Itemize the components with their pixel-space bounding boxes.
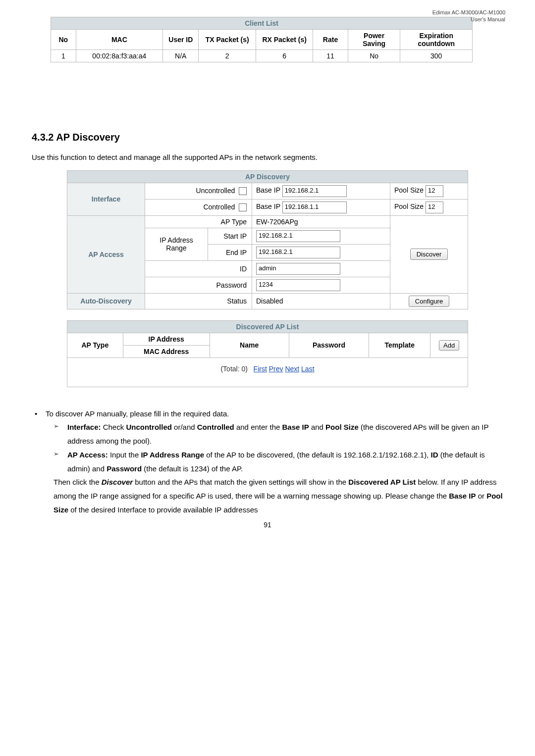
disc-template-col: Template — [369, 333, 430, 357]
interface-label: Interface — [67, 183, 145, 215]
auto-discovery-label: Auto-Discovery — [67, 293, 145, 309]
baseip1-cell: Base IP 192.168.2.1 — [252, 183, 390, 199]
section-intro: Use this function to detect and manage a… — [32, 152, 503, 163]
uncontrolled-row: Uncontrolled — [145, 183, 252, 199]
ap-type-label: AP Type — [145, 215, 252, 228]
note-bullet-1: To discover AP manually, please fill in … — [32, 407, 503, 421]
end-ip-label: End IP — [208, 244, 252, 260]
t: Interface: — [67, 423, 101, 431]
ap-access-label: AP Access — [67, 215, 145, 293]
cell-ps: No — [348, 50, 400, 62]
poolsize-label: Pool Size — [394, 202, 424, 210]
first-link[interactable]: First — [254, 365, 267, 373]
disc-mac-col: MAC Address — [123, 345, 210, 357]
password-label: Password — [145, 277, 252, 293]
last-link[interactable]: Last — [301, 365, 314, 373]
disc-aptype-col: AP Type — [67, 333, 123, 357]
cell-mac: 00:02:8a:f3:aa:a4 — [76, 50, 163, 62]
next-link[interactable]: Next — [285, 365, 299, 373]
status-label: Status — [145, 293, 252, 309]
start-ip-label: Start IP — [208, 228, 252, 244]
status-value: Disabled — [252, 293, 390, 309]
end-ip-input[interactable]: 192.168.2.1 — [256, 247, 340, 258]
section-heading: 4.3.2 AP Discovery — [32, 132, 503, 143]
id-label: ID — [145, 260, 252, 277]
cell-no: 1 — [51, 50, 76, 62]
poolsize1-input[interactable]: 12 — [426, 185, 443, 197]
discover-cell: Discover — [390, 215, 468, 293]
ap-discovery-table: AP Discovery Interface Uncontrolled Base… — [67, 170, 468, 309]
note-bullet-interface: Interface: Check Uncontrolled or/and Con… — [32, 420, 503, 448]
add-button[interactable]: Add — [439, 340, 459, 351]
client-list-title: Client List — [51, 17, 473, 30]
baseip-label: Base IP — [256, 186, 280, 194]
baseip2-cell: Base IP 192.168.1.1 — [252, 199, 390, 215]
discover-button[interactable]: Discover — [410, 249, 448, 260]
ap-type-value: EW-7206APg — [252, 215, 390, 228]
prev-link[interactable]: Prev — [269, 365, 283, 373]
configure-button[interactable]: Configure — [409, 296, 449, 307]
cell-exp: 300 — [400, 50, 473, 62]
col-userid: User ID — [163, 30, 199, 50]
poolsize1-cell: Pool Size 12 — [390, 183, 468, 199]
baseip-label: Base IP — [256, 202, 280, 210]
table-row: 1 00:02:8a:f3:aa:a4 N/A 2 6 11 No 300 — [51, 50, 473, 62]
poolsize2-cell: Pool Size 12 — [390, 199, 468, 215]
baseip2-input[interactable]: 192.168.1.1 — [282, 202, 347, 213]
uncontrolled-label: Uncontrolled — [196, 187, 235, 195]
col-no: No — [51, 30, 76, 50]
client-list-headers: No MAC User ID TX Packet (s) RX Packet (… — [51, 30, 473, 50]
col-rate: Rate — [313, 30, 348, 50]
client-list-table: Client List No MAC User ID TX Packet (s)… — [51, 17, 473, 62]
uncontrolled-checkbox[interactable] — [239, 187, 247, 195]
notes-section: To discover AP manually, please fill in … — [32, 407, 503, 517]
cell-rate: 11 — [313, 50, 348, 62]
disc-name-col: Name — [210, 333, 289, 357]
start-ip-input[interactable]: 192.168.2.1 — [256, 230, 340, 242]
note-paragraph: Then click the Discover button and the A… — [32, 475, 503, 516]
controlled-row: Controlled — [145, 199, 252, 215]
password-input[interactable]: 1234 — [256, 279, 340, 291]
col-expiration: Expiration countdown — [400, 30, 473, 50]
cell-rx: 6 — [256, 50, 313, 62]
col-txpacket: TX Packet (s) — [199, 30, 256, 50]
doc-header: Edimax AC-M3000/AC-M1000 User's Manual — [432, 9, 505, 23]
poolsize2-input[interactable]: 12 — [426, 202, 443, 213]
col-powersaving: Power Saving — [348, 30, 400, 50]
total-count: (Total: 0) — [220, 365, 247, 373]
discovered-title: Discovered AP List — [67, 320, 468, 333]
id-input[interactable]: admin — [256, 263, 340, 275]
cell-tx: 2 — [199, 50, 256, 62]
controlled-label: Controlled — [203, 203, 235, 211]
ip-range-label: IP Address Range — [145, 228, 208, 260]
pagination-row: (Total: 0) First Prev Next Last — [67, 357, 468, 387]
baseip1-input[interactable]: 192.168.2.1 — [282, 185, 347, 197]
product-name: Edimax AC-M3000/AC-M1000 — [432, 9, 505, 16]
cell-uid: N/A — [163, 50, 199, 62]
disc-pwd-col: Password — [289, 333, 369, 357]
poolsize-label: Pool Size — [394, 186, 424, 194]
page-number: 91 — [32, 521, 503, 529]
controlled-checkbox[interactable] — [239, 203, 247, 211]
col-rxpacket: RX Packet (s) — [256, 30, 313, 50]
ap-discovery-title: AP Discovery — [67, 170, 468, 183]
col-mac: MAC — [76, 30, 163, 50]
disc-ip-col: IP Address — [123, 333, 210, 345]
discovered-ap-table: Discovered AP List AP Type IP Address Na… — [67, 320, 468, 387]
doc-type: User's Manual — [432, 16, 505, 23]
note-bullet-apaccess: AP Access: Input the IP Address Range of… — [32, 448, 503, 476]
